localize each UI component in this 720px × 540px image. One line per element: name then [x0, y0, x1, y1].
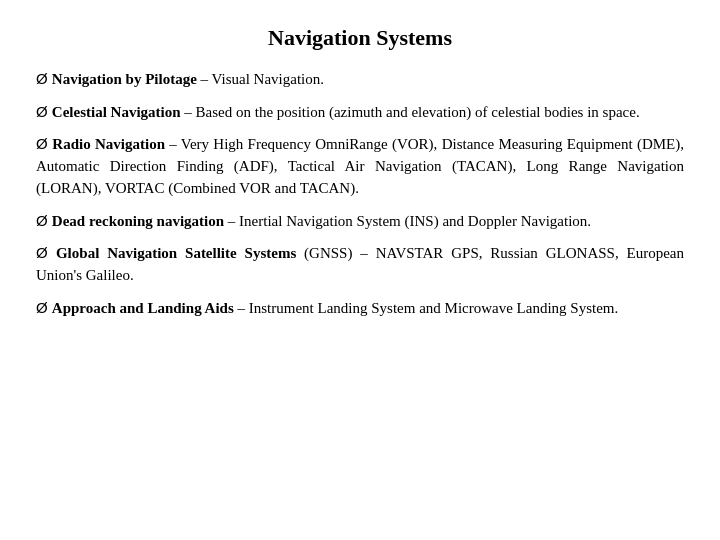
arrow-icon-2: Ø	[36, 103, 52, 120]
section-radio: Ø Radio Navigation – Very High Frequency…	[36, 133, 684, 199]
section-pilotage-text: Ø Navigation by Pilotage – Visual Naviga…	[36, 68, 684, 91]
section-celestial-text: Ø Celestial Navigation – Based on the po…	[36, 101, 684, 124]
section-approach: Ø Approach and Landing Aids – Instrument…	[36, 297, 684, 320]
pilotage-bold: Navigation by Pilotage	[52, 71, 197, 87]
gnss-bold: Global Navigation Satellite Systems	[56, 245, 296, 261]
section-pilotage: Ø Navigation by Pilotage – Visual Naviga…	[36, 68, 684, 91]
section-dead-reckoning-text: Ø Dead reckoning navigation – Inertial N…	[36, 210, 684, 233]
celestial-bold: Celestial Navigation	[52, 104, 181, 120]
radio-bold: Radio Navigation	[52, 136, 165, 152]
page: Navigation Systems Ø Navigation by Pilot…	[0, 0, 720, 540]
arrow-icon-4: Ø	[36, 212, 52, 229]
section-gnss: Ø Global Navigation Satellite Systems (G…	[36, 242, 684, 287]
arrow-icon-3: Ø	[36, 135, 52, 152]
section-gnss-text: Ø Global Navigation Satellite Systems (G…	[36, 242, 684, 287]
arrow-icon-6: Ø	[36, 299, 52, 316]
section-celestial: Ø Celestial Navigation – Based on the po…	[36, 101, 684, 124]
approach-bold: Approach and Landing Aids	[52, 300, 234, 316]
dead-reckoning-bold: Dead reckoning navigation	[52, 213, 224, 229]
section-approach-text: Ø Approach and Landing Aids – Instrument…	[36, 297, 684, 320]
page-title: Navigation Systems	[36, 22, 684, 54]
section-radio-text: Ø Radio Navigation – Very High Frequency…	[36, 133, 684, 199]
section-dead-reckoning: Ø Dead reckoning navigation – Inertial N…	[36, 210, 684, 233]
arrow-icon: Ø	[36, 70, 52, 87]
arrow-icon-5: Ø	[36, 244, 56, 261]
